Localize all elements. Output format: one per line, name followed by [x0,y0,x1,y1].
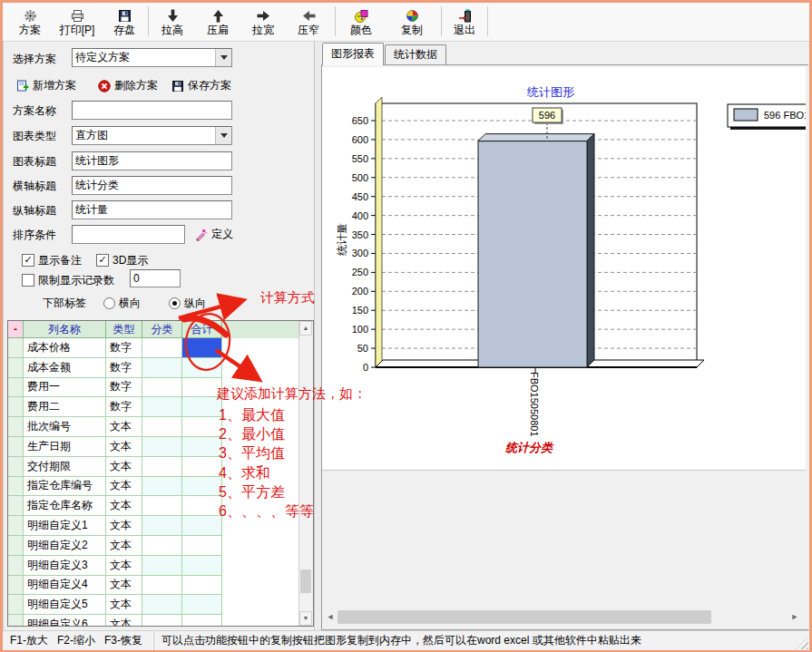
cell-category[interactable] [142,397,182,417]
cell-column-name[interactable]: 费用二 [24,397,106,417]
widen-button[interactable]: 拉宽 [242,5,284,39]
stretch-tall-button[interactable]: 拉高 [152,5,193,39]
cell-category[interactable] [142,338,182,358]
cell-type[interactable]: 文本 [106,477,142,497]
cell-total[interactable] [182,397,222,417]
scheme-name-input[interactable] [72,101,232,120]
narrow-button[interactable]: 压窄 [288,5,329,39]
cell-category[interactable] [142,477,182,497]
cell-type[interactable]: 文本 [106,615,142,627]
cell-type[interactable]: 文本 [106,576,142,596]
row-indicator[interactable] [8,358,24,378]
cell-column-name[interactable]: 批次编号 [24,417,106,437]
cell-type[interactable]: 文本 [106,556,142,576]
cell-category[interactable] [142,417,182,437]
row-indicator[interactable] [8,397,24,417]
row-indicator[interactable] [8,595,24,615]
cell-type[interactable]: 文本 [106,536,142,556]
limit-records-checkbox[interactable] [22,274,34,287]
chevron-down-icon[interactable] [215,49,231,66]
print-button[interactable]: 打印[P] [54,5,100,39]
cell-category[interactable] [142,358,182,378]
show-notes-checkbox[interactable] [22,254,34,267]
define-button[interactable]: 定义 [195,227,233,242]
cell-total[interactable] [182,437,222,457]
table-header-collapse[interactable]: - [8,321,24,338]
cell-type[interactable]: 数字 [106,378,142,398]
scroll-left-arrow-icon[interactable]: ◄ [323,610,338,624]
cell-type[interactable]: 文本 [106,595,142,615]
chart-hscrollbar[interactable]: ◄ ► [323,609,802,625]
color-button[interactable]: 颜色 [338,5,384,39]
chevron-down-icon[interactable] [215,127,231,144]
chart-hscrollbar-thumb[interactable] [338,610,711,624]
cell-type[interactable]: 文本 [106,437,142,457]
cell-type[interactable]: 数字 [106,358,142,378]
cell-column-name[interactable]: 明细自定义5 [24,595,106,615]
table-header-column-name[interactable]: 列名称 [24,321,106,338]
save-button[interactable]: 存盘 [104,5,144,39]
row-indicator[interactable] [8,496,24,516]
grid-vscrollbar[interactable]: ▲ ▼ [298,321,313,626]
cell-category[interactable] [142,496,182,516]
flatten-button[interactable]: 压扁 [197,5,239,39]
row-indicator[interactable] [8,615,24,627]
chart-type-combo[interactable]: 直方图 [72,126,232,145]
cell-type[interactable]: 数字 [106,397,142,417]
vertical-radio[interactable] [169,297,181,309]
cell-category[interactable] [142,615,182,627]
cell-type[interactable]: 文本 [106,496,142,516]
save-scheme-button[interactable]: 保存方案 [171,78,231,93]
yaxis-title-input[interactable] [72,200,232,219]
cell-category[interactable] [142,457,182,477]
sort-condition-input[interactable] [72,225,185,244]
cell-total[interactable] [182,417,222,437]
cell-type[interactable]: 数字 [106,338,142,358]
row-indicator[interactable] [8,437,24,457]
cell-column-name[interactable]: 明细自定义6 [24,615,106,627]
exit-button[interactable]: 退出 [445,5,484,39]
grid-vscrollbar-thumb[interactable] [300,569,311,593]
cell-column-name[interactable]: 明细自定义1 [24,516,106,536]
xaxis-title-input[interactable] [72,176,232,195]
chart-title-input[interactable] [72,151,232,170]
cell-total[interactable] [182,556,222,576]
tab-graph-report[interactable]: 图形报表 [322,43,384,65]
row-indicator[interactable] [8,536,24,556]
cell-column-name[interactable]: 费用一 [24,378,106,398]
cell-total[interactable] [182,457,222,477]
add-scheme-button[interactable]: 新增方案 [16,78,76,93]
cell-category[interactable] [142,378,182,398]
row-indicator[interactable] [8,417,24,437]
row-indicator[interactable] [8,516,24,536]
cell-type[interactable]: 文本 [106,516,142,536]
cell-column-name[interactable]: 明细自定义2 [24,536,106,556]
cell-total[interactable] [182,536,222,556]
cell-total[interactable] [182,576,222,596]
row-indicator[interactable] [8,338,24,358]
cell-category[interactable] [142,437,182,457]
cell-total[interactable] [182,496,222,516]
row-indicator[interactable] [8,477,24,497]
cell-category[interactable] [142,556,182,576]
scroll-up-arrow-icon[interactable]: ▲ [299,321,312,336]
cell-category[interactable] [142,516,182,536]
cell-column-name[interactable]: 生产日期 [24,437,106,457]
cell-total[interactable] [182,615,222,627]
cell-column-name[interactable]: 交付期限 [24,457,106,477]
limit-records-input[interactable] [130,269,181,287]
cell-total[interactable] [182,595,222,615]
cell-type[interactable]: 文本 [106,417,142,437]
table-header-type[interactable]: 类型 [106,321,142,338]
row-indicator[interactable] [8,457,24,477]
scroll-down-arrow-icon[interactable]: ▼ [299,611,312,626]
cell-type[interactable]: 文本 [106,457,142,477]
cell-total[interactable] [182,477,222,497]
cell-column-name[interactable]: 指定仓库名称 [24,496,106,516]
scheme-combo[interactable]: 待定义方案 [72,48,232,67]
cell-category[interactable] [142,595,182,615]
cell-total[interactable] [182,378,222,398]
cell-column-name[interactable]: 明细自定义4 [24,576,106,596]
table-header-category[interactable]: 分类 [142,321,182,338]
scroll-right-arrow-icon[interactable]: ► [788,610,802,624]
